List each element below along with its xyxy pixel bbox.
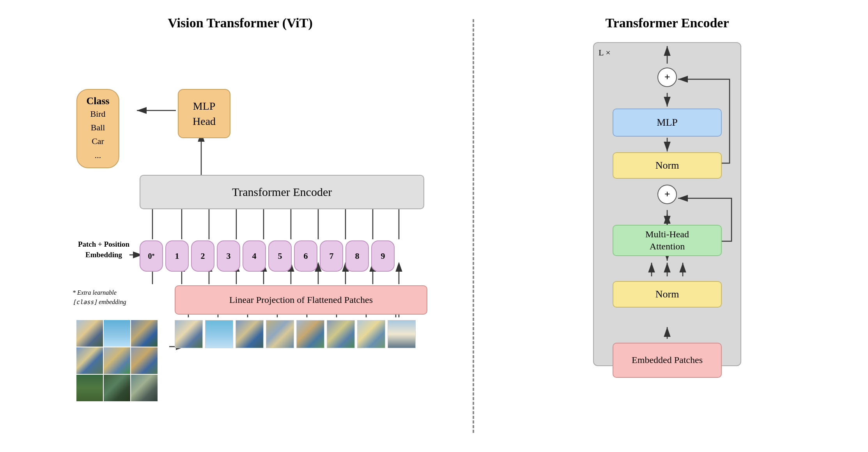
- mlp-head-box: MLPHead: [178, 89, 230, 138]
- class-item-dots: ...: [86, 148, 110, 162]
- embedding-7: 7: [320, 240, 343, 272]
- img-cell-9: [131, 375, 158, 401]
- embedding-4: 4: [243, 240, 266, 272]
- img-cell-6: [131, 347, 158, 374]
- embedding-2: 2: [191, 240, 214, 272]
- mlp-head-label: MLPHead: [193, 100, 216, 127]
- img-grid: [76, 320, 158, 401]
- img-cell-3: [131, 320, 158, 347]
- vit-section: Vision Transformer (ViT): [23, 16, 457, 425]
- encoder-diagram-container: L ×: [581, 42, 753, 401]
- norm-top-block: Norm: [613, 152, 722, 179]
- extra-learnable-label: * Extra learnable[class] embedding: [73, 288, 139, 307]
- class-output-box: Class Bird Ball Car ...: [76, 89, 119, 168]
- mlp-head-container: MLPHead: [178, 89, 230, 138]
- class-item-car: Car: [86, 134, 110, 148]
- encoder-bg-box: [593, 42, 741, 366]
- vit-title: Vision Transformer (ViT): [168, 16, 312, 30]
- embedding-5: 5: [268, 240, 292, 272]
- img-cell-1: [76, 320, 103, 347]
- patch-4: [266, 320, 294, 348]
- plus-circle-mid: +: [657, 185, 677, 204]
- patch-2: [205, 320, 233, 348]
- embedding-1: 1: [165, 240, 189, 272]
- mlp-label: MLP: [657, 117, 677, 128]
- patches-row: [175, 320, 416, 348]
- mlp-block: MLP: [613, 109, 722, 137]
- embedded-patches-box: Embedded Patches: [613, 343, 722, 378]
- class-items: Bird Ball Car ...: [86, 107, 110, 162]
- patch-8: [388, 320, 416, 348]
- embedding-9: 9: [371, 240, 395, 272]
- encoder-title: Transformer Encoder: [606, 16, 729, 30]
- mha-label: Multi-HeadAttention: [645, 228, 689, 253]
- linear-proj-box: Linear Projection of Flattened Patches: [175, 285, 427, 315]
- img-cell-5: [104, 347, 130, 374]
- linear-proj-label: Linear Projection of Flattened Patches: [229, 295, 373, 305]
- class-item-bird: Bird: [86, 107, 110, 121]
- img-cell-7: [76, 375, 103, 401]
- plus-circle-top: +: [657, 68, 677, 87]
- norm-bottom-block: Norm: [613, 281, 722, 308]
- img-cell-8: [104, 375, 130, 401]
- patch-pos-label: Patch + PositionEmbedding: [73, 239, 135, 260]
- mha-block: Multi-HeadAttention: [613, 225, 722, 256]
- class-item-ball: Ball: [86, 121, 110, 134]
- norm-top-label: Norm: [655, 160, 679, 171]
- patch-3: [236, 320, 264, 348]
- embeddings-row: 0* 1 2 3 4 5 6 7 8 9: [140, 240, 395, 272]
- transformer-encoder-box: Transformer Encoder: [140, 175, 424, 209]
- embedding-6: 6: [294, 240, 317, 272]
- img-cell-2: [104, 320, 130, 347]
- embedding-8: 8: [345, 240, 369, 272]
- encoder-section: Transformer Encoder L ×: [490, 16, 845, 401]
- norm-bottom-label: Norm: [655, 288, 679, 300]
- embedding-3: 3: [217, 240, 240, 272]
- patch-7: [357, 320, 385, 348]
- patch-1: [175, 320, 203, 348]
- img-cell-4: [76, 347, 103, 374]
- main-container: Vision Transformer (ViT): [0, 0, 868, 452]
- lx-label: L ×: [599, 48, 611, 58]
- vit-diagram: Class Bird Ball Car ... MLPHead Transfor…: [65, 42, 416, 425]
- patch-6: [327, 320, 355, 348]
- patch-5: [296, 320, 324, 348]
- input-image-grid: [76, 320, 158, 401]
- patch-pos-label-container: Patch + PositionEmbedding: [73, 239, 135, 260]
- transformer-encoder-label: Transformer Encoder: [232, 185, 332, 199]
- embedding-0: 0*: [140, 240, 163, 272]
- class-label: Class: [86, 95, 110, 107]
- class-output: Class Bird Ball Car ...: [76, 89, 119, 168]
- section-divider: [473, 19, 474, 433]
- extra-learnable-container: * Extra learnable[class] embedding: [73, 288, 139, 307]
- embedded-patches-label: Embedded Patches: [632, 354, 703, 367]
